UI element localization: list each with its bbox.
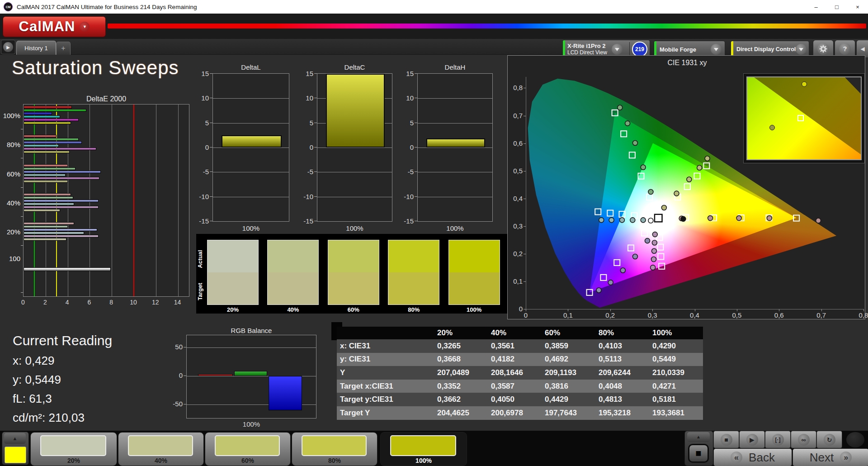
deltae-bar: [24, 135, 57, 138]
play-button[interactable]: ▶: [739, 431, 765, 448]
table-cell: 0,4182: [488, 355, 542, 364]
single-measure-button[interactable]: [·]: [765, 431, 791, 448]
table-cell: 208,1646: [488, 368, 542, 377]
deltae-bar: [24, 222, 74, 225]
add-tab-button[interactable]: +: [56, 42, 71, 55]
delta-gridline: [213, 98, 289, 99]
next-button[interactable]: Next»: [793, 448, 868, 466]
cie-y-tick: [524, 88, 526, 88]
saturation-button-20%[interactable]: 20%: [30, 432, 117, 466]
deltae-bar: [24, 180, 68, 183]
delta-y-tick: [415, 147, 417, 147]
cie-target-magenta: [659, 263, 665, 269]
deltae-group-label: 100%: [0, 112, 20, 119]
cie-y-tick-label: 0,6: [501, 139, 523, 147]
deltae-bar: [24, 109, 86, 112]
swatch-actual: [388, 240, 439, 272]
deltae-gridline: [156, 105, 156, 296]
delta-y-tick-label: 5: [297, 119, 313, 127]
delta-gridline: [317, 172, 392, 172]
stop-session-button[interactable]: ■: [688, 444, 709, 463]
saturation-button-label: 60%: [205, 457, 290, 464]
deltae-bar: [24, 115, 60, 118]
current-reading-title: Current Reading: [13, 333, 112, 348]
deltae-bar: [24, 196, 73, 199]
saturation-swatch: [302, 435, 367, 456]
session-up-button[interactable]: ▲: [687, 432, 710, 442]
cie-zoom-inset-plot: [746, 76, 862, 160]
deltae-y-tick: [21, 216, 23, 217]
table-cell: 0,3561: [488, 342, 542, 351]
palette-up-button[interactable]: ▲: [4, 433, 26, 444]
deltae-bar: [24, 174, 66, 176]
next-label: Next: [810, 451, 834, 465]
cie-measurement-red: [767, 216, 772, 221]
deltae-x-tick-label: 8: [106, 299, 117, 306]
cie-measurement-blue: [645, 238, 650, 243]
cie-x-tick-label: 0,2: [600, 311, 620, 319]
tab-history-1[interactable]: History 1: [16, 41, 56, 55]
cie-x-tick: [568, 309, 568, 311]
cie-target-blue: [614, 260, 620, 266]
deltae-bar: [24, 200, 99, 202]
saturation-button-label: 80%: [292, 457, 377, 464]
cie-measurement-red: [816, 218, 821, 223]
delta-y-tick-label: -15: [193, 217, 209, 225]
deltae-bar: [24, 238, 66, 241]
delta-y-tick-label: 5: [397, 119, 414, 127]
loop-button[interactable]: ↻: [816, 431, 842, 448]
cie-measurement-blue: [608, 280, 613, 285]
minimize-button[interactable]: –: [806, 0, 826, 14]
cie-measurement-green: [641, 165, 646, 170]
cie-target-cyan: [607, 210, 613, 216]
saturation-button-label: 100%: [381, 457, 467, 464]
calman-menu-button[interactable]: CalMAN ▼: [3, 16, 106, 37]
tab-nav-button[interactable]: ▶: [1, 40, 15, 54]
inset-measurement-circle: [769, 125, 775, 130]
logo-bar: CalMAN ▼: [0, 14, 868, 39]
cie-measurement-red: [708, 216, 713, 221]
stop-button[interactable]: ■: [713, 431, 739, 448]
rgb-y-tick: [184, 347, 186, 347]
maximize-button[interactable]: □: [826, 0, 847, 14]
deltae-group-label: 60%: [0, 170, 20, 178]
saturation-swatch: [40, 435, 106, 456]
table-row: Target Y204,4625200,6978197,7643195,3218…: [337, 406, 703, 420]
table-cell: 0,3816: [542, 382, 595, 391]
deltae-x-tick-label: 4: [62, 299, 73, 306]
current-reading-cdm2: cd/m²: 210,03: [13, 411, 85, 425]
cie-y-tick: [524, 116, 526, 116]
meter-count-badge[interactable]: 219: [632, 42, 647, 57]
saturation-button-100%[interactable]: 100%: [380, 432, 467, 466]
swatch-target: [208, 272, 258, 304]
saturation-button-80%[interactable]: 80%: [292, 432, 377, 466]
table-cell: 0,4048: [595, 382, 649, 391]
swatch-actual: [328, 240, 379, 272]
saturation-button-60%[interactable]: 60%: [205, 432, 291, 466]
deltae-bar: [24, 206, 99, 209]
delta-chart-title: DeltaC: [317, 63, 392, 71]
table-header-cell: 80%: [595, 328, 649, 338]
close-button[interactable]: ×: [847, 0, 868, 14]
delta-x-label: 100%: [317, 224, 392, 232]
table-row: Y207,0489208,1646209,1193209,6244210,033…: [337, 366, 703, 380]
deltae-bar: [24, 147, 96, 150]
delta-gridline: [213, 172, 289, 172]
table-header-cell: 20%: [434, 328, 488, 338]
table-row: y: CIE310,36680,41820,46920,51130,5449: [337, 353, 703, 366]
delta-y-tick-label: 0: [193, 143, 209, 151]
cie-y-tick-label: 0,3: [501, 222, 523, 230]
saturation-button-40%[interactable]: 40%: [118, 432, 204, 466]
stop-icon: ■: [721, 434, 732, 446]
continuous-button[interactable]: ∞: [791, 431, 816, 448]
back-button[interactable]: «Back: [713, 448, 792, 466]
measurement-table: 20%40%60%80%100%x: CIE310,32650,35610,38…: [337, 327, 703, 420]
deltae-bar: [24, 193, 71, 196]
delta-y-tick-label: 10: [297, 94, 313, 102]
table-row: Target x:CIE310,33520,35870,38160,40480,…: [337, 380, 703, 393]
cie-target-blue: [600, 275, 606, 281]
cie-y-tick-label: 0,8: [501, 84, 523, 91]
swatch-actual: [449, 240, 500, 272]
deltae-bar: [24, 235, 99, 238]
rgb-balance-title: RGB Balance: [186, 327, 316, 334]
